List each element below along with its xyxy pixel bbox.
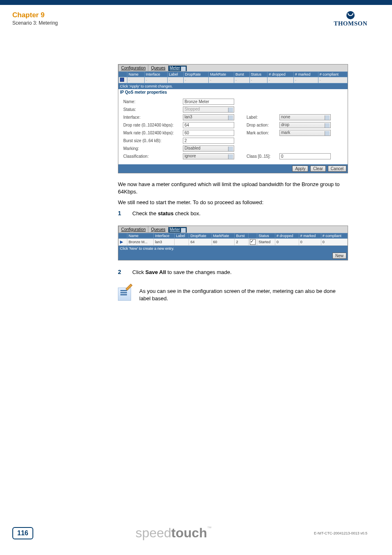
markaction-select[interactable]: mark xyxy=(279,130,331,136)
tab-queues-2[interactable]: Queues xyxy=(148,226,168,233)
cancel-button[interactable]: Cancel xyxy=(328,166,346,172)
tab-queues[interactable]: Queues xyxy=(148,64,168,71)
commit-hint: Click 'Apply' to commit changes. xyxy=(118,83,348,89)
chapter-block: Chapter 9 Scenario 3: Metering xyxy=(12,11,58,26)
status-select[interactable]: Stopped xyxy=(183,106,234,113)
col-status-2: Status xyxy=(257,233,275,238)
col-dropped: # dropped xyxy=(267,72,294,77)
classification-label: Classification: xyxy=(123,154,183,159)
thomson-text: THOMSON xyxy=(334,20,367,27)
name-input[interactable]: Bronze Meter xyxy=(183,99,234,105)
col-marked: # marked xyxy=(293,72,318,77)
tab-bar: ConfigurationQueuesMeter xyxy=(118,64,348,71)
col-name: Name xyxy=(127,72,145,77)
step-text: Click Save All to save the changes made. xyxy=(132,269,348,276)
tab-meter[interactable]: Meter xyxy=(168,65,187,71)
step-2: 2 Click Save All to save the changes mad… xyxy=(118,269,348,276)
tab-configuration[interactable]: Configuration xyxy=(118,64,148,71)
meter-list-screenshot: ConfigurationQueuesMeter Name Interface … xyxy=(118,226,348,260)
marking-label: Marking: xyxy=(123,146,183,151)
tab-meter-2[interactable]: Meter xyxy=(168,227,187,233)
note-icon xyxy=(118,288,131,301)
chapter-title: Chapter 9 xyxy=(12,11,58,19)
col-interface-2: Interface xyxy=(154,233,175,238)
step-number: 1 xyxy=(118,210,132,217)
page-number: 116 xyxy=(12,527,33,539)
brand-logo: speedtouch™ xyxy=(136,525,212,541)
col-burst-2: Burst xyxy=(235,233,249,238)
button-row-2: New xyxy=(118,251,348,260)
scenario-subtitle: Scenario 3: Metering xyxy=(12,20,58,26)
page-footer: 116 speedtouch™ E-NIT-CTC-20041213-0013 … xyxy=(12,525,367,541)
step-text: Check the status check box. xyxy=(132,210,348,217)
col-droprate: DropRate xyxy=(184,72,209,77)
label-select[interactable]: none xyxy=(279,114,331,120)
col-markrate-2: MarkRate xyxy=(212,233,235,238)
document-id: E-NIT-CTC-20041213-0013 v0.5 xyxy=(314,531,367,535)
row-arrow-icon: ▶ xyxy=(120,240,123,244)
col-burst: Burst xyxy=(234,72,249,77)
markrate-input[interactable]: 60 xyxy=(183,130,234,136)
interface-select[interactable]: lan3 xyxy=(183,114,234,120)
burst-label: Burst size (0..64 kB): xyxy=(123,138,183,143)
dropaction-label: Drop action: xyxy=(247,123,279,127)
step-number: 2 xyxy=(118,269,132,276)
label-label: Label: xyxy=(247,115,279,120)
marking-select[interactable]: Disabled xyxy=(183,145,234,152)
col-compliant-2: # compliant xyxy=(321,233,347,238)
thomson-icon xyxy=(346,11,355,19)
col-name-2: Name xyxy=(127,233,154,238)
col-dropped-2: # dropped xyxy=(275,233,299,238)
droprate-label: Drop rate (0..102400 kbps): xyxy=(123,123,183,127)
classification-select[interactable]: ignore xyxy=(183,153,234,159)
class-input[interactable]: 0 xyxy=(279,153,331,159)
col-droprate-2: DropRate xyxy=(189,233,212,238)
status-checkbox[interactable] xyxy=(250,239,256,245)
new-button[interactable]: New xyxy=(332,253,346,259)
col-markrate: MarkRate xyxy=(209,72,234,77)
note-text: As you can see in the configuration scre… xyxy=(139,288,348,302)
col-label: Label xyxy=(168,72,184,77)
tab-bar-2: ConfigurationQueuesMeter xyxy=(118,226,348,233)
note-block: As you can see in the configuration scre… xyxy=(118,288,348,302)
status-label: Status: xyxy=(123,107,183,112)
col-status: Status xyxy=(249,72,267,77)
markaction-label: Mark action: xyxy=(247,131,279,135)
meter-table-2: Name Interface Label DropRate MarkRate B… xyxy=(118,233,348,246)
tab-configuration-2[interactable]: Configuration xyxy=(118,226,148,233)
properties-form: Name: Bronze Meter Status: Stopped Inter… xyxy=(118,95,348,164)
properties-heading: IP QoS meter properties xyxy=(118,89,348,95)
table-row[interactable]: ▶ Bronze M... lan3 64 60 2 Started 0 0 0 xyxy=(119,238,348,245)
meter-table: Name Interface Label DropRate MarkRate B… xyxy=(118,71,348,83)
apply-button[interactable]: Apply xyxy=(292,166,308,172)
meter-config-screenshot: ConfigurationQueuesMeter Name Interface … xyxy=(118,64,348,173)
new-hint: Click 'New' to create a new entry. xyxy=(118,246,348,251)
droprate-input[interactable]: 64 xyxy=(183,122,234,128)
dropaction-select[interactable]: drop xyxy=(279,122,331,128)
col-marked-2: # marked xyxy=(299,233,321,238)
name-label: Name: xyxy=(123,99,183,104)
button-row: Apply Clear Cancel xyxy=(118,164,348,173)
paragraph-1: We now have a meter configured which wil… xyxy=(118,181,348,196)
clear-button[interactable]: Clear xyxy=(310,166,326,172)
table-row: - - - - - - - - - - xyxy=(119,77,348,83)
col-compliant: # compliant xyxy=(318,72,347,77)
stop-icon xyxy=(120,78,124,82)
col-interface: Interface xyxy=(144,72,167,77)
paragraph-2: We still need to start the meter. To do … xyxy=(118,199,348,206)
interface-label: Interface: xyxy=(123,115,183,120)
thomson-logo: THOMSON xyxy=(334,11,367,27)
step-1: 1 Check the status check box. xyxy=(118,210,348,217)
top-accent-bar xyxy=(0,0,392,5)
class-label: Class [0..15]: xyxy=(247,154,279,159)
markrate-label: Mark rate (0..102400 kbps): xyxy=(123,131,183,135)
burst-input[interactable]: 2 xyxy=(183,138,234,144)
col-label-2: Label xyxy=(175,233,189,238)
